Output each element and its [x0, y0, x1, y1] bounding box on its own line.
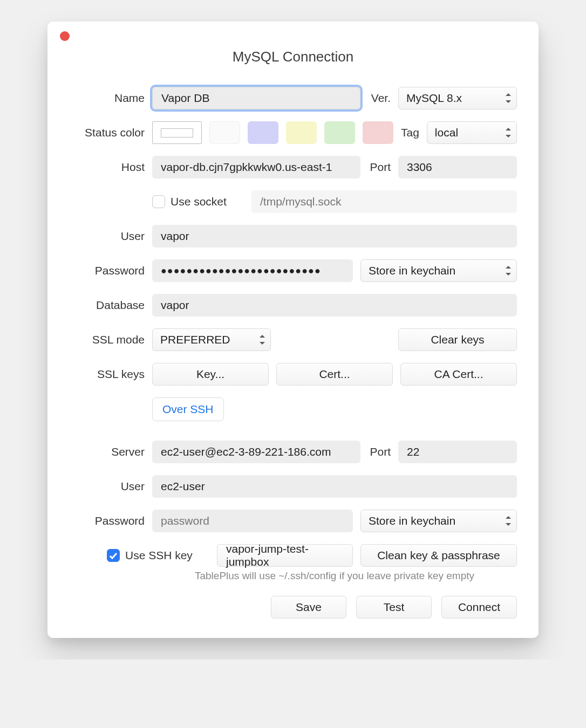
use-ssh-key-label: Use SSH key [125, 549, 193, 562]
ssh-port-label: Port [368, 445, 391, 458]
chevrons-icon [505, 93, 512, 104]
name-label: Name [69, 92, 145, 105]
host-label: Host [69, 161, 145, 174]
status-color-swatch[interactable] [286, 121, 317, 144]
tag-select[interactable]: local [427, 121, 517, 144]
host-input[interactable] [152, 156, 360, 178]
ssh-password-label: Password [69, 514, 145, 527]
user-label: User [69, 230, 145, 243]
ssh-user-input[interactable] [152, 475, 517, 498]
tag-label: Tag [401, 126, 419, 139]
connection-dialog: MySQL Connection Name Ver. MySQL 8.x Sta… [47, 22, 539, 638]
port-input[interactable] [398, 156, 517, 178]
save-button[interactable]: Save [271, 596, 346, 619]
over-ssh-tab[interactable]: Over SSH [152, 397, 224, 421]
status-color-custom[interactable] [152, 121, 202, 144]
status-color-swatch[interactable] [363, 121, 393, 144]
test-button[interactable]: Test [356, 596, 432, 619]
password-label: Password [69, 264, 145, 277]
ssl-mode-select[interactable]: PREFERRED [152, 328, 271, 351]
ssh-hint: TablePlus will use ~/.ssh/config if you … [152, 570, 517, 582]
password-store-select[interactable]: Store in keychain [360, 259, 517, 282]
password-input[interactable] [152, 259, 353, 282]
ssh-key-file-button[interactable]: vapor-jump-test-jumpbox [217, 544, 353, 567]
ssh-port-input[interactable] [398, 441, 517, 463]
ssl-ca-cert-button[interactable]: CA Cert... [400, 363, 517, 386]
status-color-label: Status color [69, 126, 145, 139]
status-color-swatch[interactable] [209, 121, 240, 144]
ssh-server-label: Server [69, 445, 145, 458]
ssl-cert-button[interactable]: Cert... [276, 363, 393, 386]
port-label: Port [368, 161, 391, 174]
user-input[interactable] [152, 225, 517, 248]
use-socket-checkbox[interactable] [152, 195, 165, 208]
ssl-key-button[interactable]: Key... [152, 363, 269, 386]
chevrons-icon [258, 334, 266, 345]
version-select[interactable]: MySQL 8.x [398, 87, 517, 109]
database-label: Database [69, 299, 145, 312]
version-label: Ver. [368, 92, 391, 105]
name-input[interactable] [152, 87, 360, 109]
status-color-swatch[interactable] [324, 121, 355, 144]
chevrons-icon [505, 127, 512, 138]
ssh-password-store-select[interactable]: Store in keychain [360, 510, 517, 532]
connect-button[interactable]: Connect [441, 596, 517, 619]
chevrons-icon [505, 516, 512, 526]
use-ssh-key-checkbox[interactable] [107, 549, 120, 562]
clear-keys-button[interactable]: Clear keys [398, 328, 517, 351]
chevrons-icon [505, 265, 512, 276]
ssh-password-input[interactable] [152, 510, 353, 532]
clean-key-button[interactable]: Clean key & passphrase [360, 544, 517, 567]
close-button[interactable] [60, 31, 70, 41]
dialog-title: MySQL Connection [69, 49, 517, 65]
ssl-mode-label: SSL mode [69, 333, 145, 346]
database-input[interactable] [152, 294, 517, 317]
use-socket-label: Use socket [171, 195, 227, 208]
status-color-swatches [152, 121, 393, 144]
status-color-swatch[interactable] [248, 121, 278, 144]
ssh-server-input[interactable] [152, 441, 360, 463]
ssl-keys-label: SSL keys [69, 368, 145, 381]
ssh-user-label: User [69, 480, 145, 493]
socket-input [251, 190, 517, 213]
